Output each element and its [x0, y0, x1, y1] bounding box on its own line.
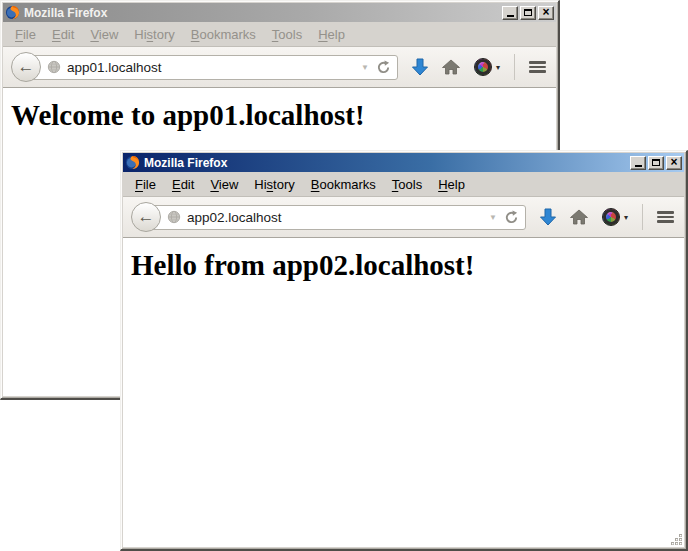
- maximize-button[interactable]: [648, 156, 664, 170]
- toolbar-icons: ▾: [412, 54, 546, 80]
- close-button[interactable]: ×: [538, 6, 554, 20]
- url-bar[interactable]: app02.localhost ▼: [146, 205, 526, 230]
- addon-caret-icon: ▾: [624, 213, 628, 222]
- site-identity-globe-icon: [167, 210, 181, 224]
- window-title: Mozilla Firefox: [24, 6, 500, 20]
- menu-item-help[interactable]: Help: [310, 24, 353, 45]
- navigation-toolbar: ← app02.localhost ▼: [123, 197, 684, 238]
- menu-item-view[interactable]: View: [82, 24, 126, 45]
- maximize-icon: [524, 9, 532, 16]
- titlebar[interactable]: Mozilla Firefox ×: [123, 153, 684, 172]
- menu-bar: File Edit View History Bookmarks Tools H…: [3, 22, 556, 47]
- page-heading: Welcome to app01.localhost!: [11, 99, 548, 132]
- back-arrow-icon: ←: [138, 207, 155, 227]
- back-button[interactable]: ←: [131, 202, 161, 232]
- back-button[interactable]: ←: [11, 52, 41, 82]
- addon-color-wheel-button[interactable]: ▾: [602, 208, 628, 226]
- toolbar-separator: [642, 204, 643, 230]
- download-button[interactable]: [540, 208, 556, 226]
- home-button[interactable]: [570, 209, 588, 225]
- download-button[interactable]: [412, 58, 428, 76]
- page-heading: Hello from app02.localhost!: [131, 249, 676, 282]
- close-icon: ×: [542, 6, 549, 18]
- color-wheel-icon: [474, 58, 492, 76]
- menu-item-file[interactable]: File: [127, 174, 164, 195]
- url-dropdown-icon[interactable]: ▼: [356, 61, 374, 74]
- minimize-icon: [507, 15, 514, 17]
- maximize-icon: [652, 159, 660, 166]
- url-bar[interactable]: app01.localhost ▼: [26, 55, 398, 80]
- menu-item-bookmarks[interactable]: Bookmarks: [183, 24, 264, 45]
- menu-button[interactable]: [657, 211, 674, 223]
- firefox-logo-icon: [125, 155, 140, 170]
- menu-bar: File Edit View History Bookmarks Tools H…: [123, 172, 684, 197]
- menu-item-help[interactable]: Help: [430, 174, 473, 195]
- minimize-icon: [635, 165, 642, 167]
- close-icon: ×: [670, 156, 677, 168]
- addon-caret-icon: ▾: [496, 63, 500, 72]
- menu-item-history[interactable]: History: [126, 24, 182, 45]
- url-dropdown-icon[interactable]: ▼: [484, 211, 502, 224]
- menu-item-view[interactable]: View: [202, 174, 246, 195]
- minimize-button[interactable]: [630, 156, 646, 170]
- toolbar-separator: [514, 54, 515, 80]
- menu-item-edit[interactable]: Edit: [44, 24, 82, 45]
- toolbar-icons: ▾: [540, 204, 674, 230]
- resize-grip-icon[interactable]: [670, 533, 683, 546]
- maximize-button[interactable]: [520, 6, 536, 20]
- menu-item-tools[interactable]: Tools: [264, 24, 310, 45]
- menu-item-tools[interactable]: Tools: [384, 174, 430, 195]
- reload-icon[interactable]: [504, 210, 519, 225]
- navigation-toolbar: ← app01.localhost ▼: [3, 47, 556, 88]
- menu-item-file[interactable]: File: [7, 24, 44, 45]
- home-button[interactable]: [442, 59, 460, 75]
- url-text: app02.localhost: [187, 210, 484, 225]
- titlebar[interactable]: Mozilla Firefox ×: [3, 3, 556, 22]
- color-wheel-icon: [602, 208, 620, 226]
- window-title: Mozilla Firefox: [144, 156, 628, 170]
- addon-color-wheel-button[interactable]: ▾: [474, 58, 500, 76]
- menu-item-bookmarks[interactable]: Bookmarks: [303, 174, 384, 195]
- url-text: app01.localhost: [67, 60, 356, 75]
- browser-window-app02: Mozilla Firefox × File Edit View History…: [120, 150, 688, 551]
- back-arrow-icon: ←: [18, 57, 35, 77]
- site-identity-globe-icon: [47, 60, 61, 74]
- reload-icon[interactable]: [376, 60, 391, 75]
- menu-item-edit[interactable]: Edit: [164, 174, 202, 195]
- close-button[interactable]: ×: [666, 156, 682, 170]
- page-content: Hello from app02.localhost!: [123, 238, 684, 547]
- minimize-button[interactable]: [502, 6, 518, 20]
- menu-button[interactable]: [529, 61, 546, 73]
- menu-item-history[interactable]: History: [246, 174, 302, 195]
- firefox-logo-icon: [5, 5, 20, 20]
